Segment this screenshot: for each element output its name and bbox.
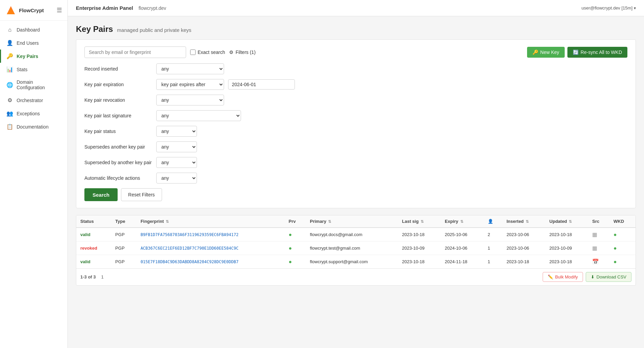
sidebar-nav: ⌂Dashboard👤End Users🔑Key Pairs📊Stats🌐Dom… [0,21,67,136]
auto-lifecycle-label: Automatic lifecycle actions [84,175,152,181]
table-body: valid PGP B9FB1D7FA7568703A6F3119629359E… [76,228,636,268]
superseded-by-select[interactable]: any [156,157,197,168]
filter-sliders-icon: ⚙ [229,50,234,55]
col-expiry[interactable]: Expiry ⇅ [441,215,483,228]
sidebar-item-end-users[interactable]: 👤End Users [0,36,67,50]
search-button[interactable]: Search [84,188,118,201]
sidebar-item-label: Documentation [17,124,48,130]
table-footer-actions: ✏️ Bulk Modify ⬇ Download CSV [543,272,631,282]
filters-label: Filters (1) [236,50,256,55]
key-pairs-table: Status Type Fingerprint ⇅ Prv Primary ⇅ … [76,215,636,268]
new-key-label: New Key [540,50,559,55]
superseded-by-label: Superseded by another key pair [84,160,152,165]
filter-row-auto-lifecycle: Automatic lifecycle actions any [84,173,627,183]
sidebar-item-label: Stats [17,67,27,72]
last-signature-select[interactable]: any [156,110,241,121]
prv-dot: ● [289,232,292,237]
exact-search-text: Exact search [198,50,225,55]
sidebar-item-label: Orchestrator [17,98,43,103]
sidebar-item-orchestrator[interactable]: ⚙Orchestrator [0,94,67,107]
prv-dot: ● [289,259,292,265]
cell-fingerprint[interactable]: B9FB1D7FA7568703A6F3119629359EC6FBA94172 [137,228,285,241]
filter-row-supersedes: Supersedes another key pair any [84,141,627,152]
sidebar-item-exceptions[interactable]: 👥Exceptions [0,107,67,120]
reset-filters-button[interactable]: Reset Filters [121,188,162,201]
search-input[interactable] [84,46,186,58]
filter-row-key-revocation: Key pair revocation any [84,95,627,105]
table-row: valid PGP B9FB1D7FA7568703A6F3119629359E… [76,228,636,241]
topbar-user[interactable]: user@flowcrypt.dev [15m] ▾ [582,5,636,11]
cell-prv: ● [285,228,306,241]
sidebar-item-dashboard[interactable]: ⌂Dashboard [0,23,67,36]
sidebar-item-domain-configuration[interactable]: 🌐Domain Configuration [0,76,67,94]
supersedes-select[interactable]: any [156,141,197,152]
exact-search-checkbox[interactable] [190,50,196,55]
key-revocation-select[interactable]: any [156,95,224,105]
sidebar-item-key-pairs[interactable]: 🔑Key Pairs [0,50,67,63]
col-last-sig[interactable]: Last sig ⇅ [398,215,441,228]
table-wrapper: Status Type Fingerprint ⇅ Prv Primary ⇅ … [76,215,636,268]
cell-user-count: 1 [484,241,503,255]
cell-prv: ● [285,241,306,255]
sidebar-item-label: Key Pairs [17,54,38,59]
cell-expiry: 2024-11-18 [441,255,483,269]
cell-status: valid [76,228,111,241]
sidebar-item-documentation[interactable]: 📋Documentation [0,120,67,133]
resync-button[interactable]: 🔄 Re-sync All to WKD [567,47,627,58]
cell-inserted: 2023-10-06 [502,228,545,241]
col-user-count: 👤 [484,215,503,228]
cell-fingerprint[interactable]: ACB367C6EC21EF6ED12BF7C790E1DD60EE584C9C [137,241,285,255]
resync-label: Re-sync All to WKD [581,50,622,55]
cell-user-count: 2 [484,228,503,241]
key-expiration-date-input[interactable] [228,79,295,90]
filter-row-last-signature: Key pair last signature any [84,110,627,121]
page-subtitle: managed public and private keys [117,27,191,33]
table-row: revoked PGP ACB367C6EC21EF6ED12BF7C790E1… [76,241,636,255]
action-buttons: 🔑 New Key 🔄 Re-sync All to WKD [527,47,627,58]
download-csv-button[interactable]: ⬇ Download CSV [586,272,631,282]
key-status-select[interactable]: any [156,126,197,137]
record-inserted-select[interactable]: any [156,63,224,74]
wkd-dot: ● [613,245,617,251]
filter-row-superseded-by: Superseded by another key pair any [84,157,627,168]
src-icon: ▦ [592,245,597,251]
menu-toggle-icon[interactable]: ☰ [57,6,62,14]
page-header: Key Pairs managed public and private key… [76,24,636,34]
key-expiration-select[interactable]: key pair expires after [156,79,224,90]
fingerprint-sort-icon: ⇅ [166,219,169,224]
cell-type: PGP [111,241,137,255]
col-inserted[interactable]: Inserted ⇅ [502,215,545,228]
fingerprint-link[interactable]: B9FB1D7FA7568703A6F3119629359EC6FBA94172 [141,232,239,237]
cell-status: valid [76,255,111,269]
fingerprint-link[interactable]: 015E7F18DB4C9D63DABDD8A8204C928DC9E0DDB7 [141,259,239,264]
cell-src: ▦ [588,228,609,241]
sidebar-item-label: Domain Configuration [17,79,62,90]
key-revocation-label: Key pair revocation [84,97,152,103]
key-pairs-icon: 🔑 [6,53,13,59]
col-type: Type [111,215,137,228]
col-updated[interactable]: Updated ⇅ [545,215,588,228]
cell-fingerprint[interactable]: 015E7F18DB4C9D63DABDD8A8204C928DC9E0DDB7 [137,255,285,269]
cell-last-sig: 2023-10-18 [398,228,441,241]
bulk-modify-button[interactable]: ✏️ Bulk Modify [543,272,583,282]
logo-text: FlowCrypt [19,7,44,13]
new-key-button[interactable]: 🔑 New Key [527,47,565,58]
sidebar-item-stats[interactable]: 📊Stats [0,63,67,76]
cell-wkd: ● [609,255,636,269]
col-fingerprint[interactable]: Fingerprint ⇅ [137,215,285,228]
fingerprint-link[interactable]: ACB367C6EC21EF6ED12BF7C790E1DD60EE584C9C [141,246,239,251]
col-src: Src [588,215,609,228]
cell-wkd: ● [609,228,636,241]
cell-user-count: 1 [484,255,503,269]
col-prv: Prv [285,215,306,228]
auto-lifecycle-select[interactable]: any [156,173,197,183]
exact-search-label[interactable]: Exact search [190,50,225,55]
cell-updated: 2023-10-18 [545,255,588,269]
col-primary[interactable]: Primary ⇅ [306,215,398,228]
table-range: 1-3 of 3 [80,274,96,279]
filters-button[interactable]: ⚙ Filters (1) [229,50,256,55]
record-inserted-label: Record inserted [84,66,152,72]
dashboard-icon: ⌂ [6,27,13,33]
table-header: Status Type Fingerprint ⇅ Prv Primary ⇅ … [76,215,636,228]
primary-sort-icon: ⇅ [328,219,331,224]
